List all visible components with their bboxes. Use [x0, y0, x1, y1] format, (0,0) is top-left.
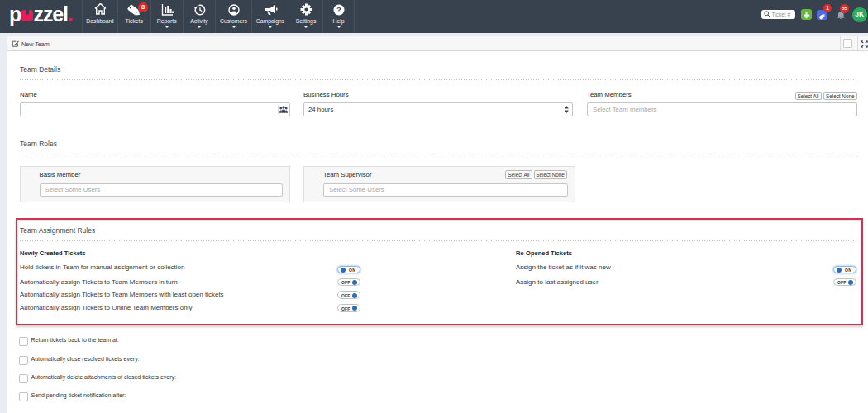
svg-text:?: ? [336, 5, 341, 14]
